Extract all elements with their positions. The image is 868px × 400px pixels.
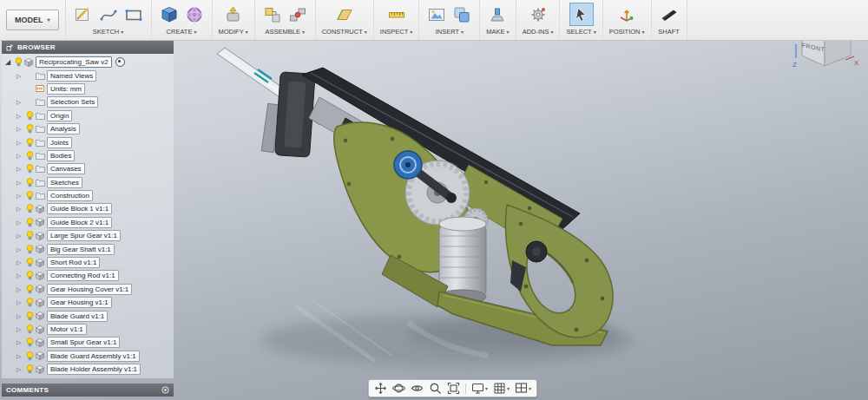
browser-item-label[interactable]: Gear Housing v1:1 [47, 297, 112, 308]
grid-display-button[interactable]: ▾ [490, 381, 512, 396]
browser-item-label[interactable]: Guide Block 2 v1:1 [47, 217, 112, 228]
browser-item[interactable]: ▷Origin [2, 109, 174, 122]
browser-item-label[interactable]: Large Spur Gear v1:1 [47, 230, 121, 241]
browser-item-label[interactable]: Bodies [47, 150, 75, 161]
browser-header[interactable]: BROWSER [2, 41, 174, 54]
toolbar-group-label[interactable]: ASSEMBLE▾ [265, 28, 304, 36]
browser-item-label[interactable]: Gear Housing Cover v1:1 [47, 284, 132, 295]
position-triad-button[interactable] [615, 3, 638, 25]
expand-arrow-icon[interactable]: ▷ [16, 166, 26, 172]
browser-item[interactable]: ▷Gear Housing v1:1 [2, 296, 174, 309]
toolbar-group-label[interactable]: POSITION▾ [609, 28, 645, 36]
workspace-switcher[interactable]: MODEL ▾ [6, 10, 59, 30]
browser-item[interactable]: ▷Big Gear Shaft v1:1 [2, 242, 174, 255]
toolbar-group-label[interactable]: SELECT▾ [566, 28, 595, 36]
orbit-button[interactable] [390, 381, 408, 396]
visibility-bulb-icon[interactable] [26, 124, 36, 134]
browser-item[interactable]: ▷Blade Holder Assembly v1:1 [2, 363, 174, 376]
toolbar-group-label[interactable]: CREATE▾ [167, 28, 197, 36]
toolbar-group-label[interactable]: INSERT▾ [436, 28, 464, 36]
spline-button[interactable] [97, 3, 120, 25]
attached-canvas-button[interactable] [425, 3, 448, 25]
browser-item[interactable]: ▷Joints [2, 135, 174, 148]
sketch-pad-button[interactable] [72, 3, 95, 25]
visibility-bulb-icon[interactable] [26, 245, 36, 254]
blue-pulley[interactable] [394, 151, 422, 179]
browser-item-label[interactable]: Motor v1:1 [47, 324, 87, 335]
visibility-bulb-icon[interactable] [26, 338, 36, 347]
browser-item-label[interactable]: Construction [47, 190, 93, 201]
visibility-bulb-icon[interactable] [26, 111, 36, 121]
display-settings-button[interactable]: ▾ [469, 381, 490, 396]
browser-item-label[interactable]: Units: mm [47, 83, 85, 95]
browser-item-label[interactable]: Blade Guard Assembly v1:1 [47, 351, 140, 362]
browser-item[interactable]: ▷Connecting Rod v1:1 [2, 269, 174, 282]
visibility-bulb-icon[interactable] [26, 178, 36, 187]
expand-arrow-icon[interactable]: ▷ [16, 286, 26, 292]
look-at-button[interactable] [408, 381, 426, 396]
visibility-bulb-icon[interactable] [26, 351, 36, 361]
browser-root-item[interactable]: ◢Reciprocating_Saw v2 [2, 56, 174, 69]
browser-item[interactable]: Units: mm [2, 82, 174, 95]
new-component-button[interactable] [261, 3, 284, 25]
browser-item-label[interactable]: Selection Sets [47, 96, 98, 108]
shaft-blade-button[interactable] [658, 3, 681, 25]
expand-arrow-icon[interactable]: ▷ [16, 233, 26, 239]
viewports-button[interactable]: ▾ [512, 381, 534, 396]
browser-item[interactable]: ▷Large Spur Gear v1:1 [2, 229, 174, 242]
scripts-addins-button[interactable] [527, 3, 549, 25]
visibility-bulb-icon[interactable] [26, 204, 36, 213]
visibility-bulb-icon[interactable] [26, 364, 36, 374]
browser-item[interactable]: ▷Blade Guard Assembly v1:1 [2, 350, 174, 363]
expand-arrow-icon[interactable]: ▷ [16, 126, 26, 132]
activate-component-radio[interactable] [115, 57, 125, 67]
construction-plane-button[interactable] [333, 3, 356, 25]
zoom-button[interactable] [426, 381, 444, 396]
browser-root-label[interactable]: Reciprocating_Saw v2 [36, 56, 112, 68]
visibility-bulb-icon[interactable] [26, 271, 36, 280]
visibility-bulb-icon[interactable] [26, 298, 36, 307]
expand-arrow-icon[interactable]: ▷ [16, 140, 26, 146]
browser-item[interactable]: ▷Construction [2, 189, 174, 202]
visibility-bulb-icon[interactable] [26, 218, 36, 227]
visibility-bulb-icon[interactable] [15, 57, 24, 67]
comments-bar[interactable]: COMMENTS [2, 384, 174, 397]
browser-item-label[interactable]: Joints [47, 137, 72, 148]
browser-item-label[interactable]: Analysis [47, 123, 80, 134]
browser-item[interactable]: ▷Bodies [2, 149, 174, 162]
visibility-bulb-icon[interactable] [26, 258, 36, 267]
expand-arrow-icon[interactable]: ▷ [16, 246, 26, 252]
browser-item-label[interactable]: Canvases [47, 163, 85, 174]
browser-item[interactable]: ▷Short Rod v1:1 [2, 256, 174, 269]
comment-indicator-icon[interactable] [161, 386, 169, 394]
visibility-bulb-icon[interactable] [26, 151, 36, 161]
browser-item[interactable]: ▷Gear Housing Cover v1:1 [2, 283, 174, 296]
pan-button[interactable] [372, 381, 390, 396]
toolbar-group-label[interactable]: SHAFT [658, 28, 680, 36]
primitive-box-button[interactable] [158, 3, 181, 25]
expand-arrow-icon[interactable]: ▷ [16, 99, 26, 105]
toolbar-group-label[interactable]: INSPECT▾ [380, 28, 413, 36]
measure-button[interactable] [385, 3, 408, 25]
toolbar-group-label[interactable]: CONSTRUCT▾ [322, 28, 367, 36]
browser-item-label[interactable]: Short Rod v1:1 [47, 257, 100, 268]
saw-model[interactable] [217, 48, 613, 345]
press-pull-button[interactable] [222, 3, 245, 25]
browser-item[interactable]: ▷Named Views [2, 69, 174, 82]
expand-arrow-icon[interactable]: ▷ [16, 313, 26, 319]
browser-item-label[interactable]: Blade Guard v1:1 [47, 311, 108, 322]
visibility-bulb-icon[interactable] [26, 311, 36, 321]
browser-item-label[interactable]: Named Views [47, 70, 96, 82]
browser-item[interactable]: ▷Canvases [2, 162, 174, 175]
expand-arrow-icon[interactable]: ▷ [16, 73, 26, 79]
expand-arrow-icon[interactable]: ▷ [16, 153, 26, 159]
expand-arrow-icon[interactable]: ▷ [16, 220, 26, 226]
expand-arrow-icon[interactable]: ▷ [16, 193, 26, 199]
toolbar-group-label[interactable]: ADD-INS▾ [523, 28, 554, 36]
expand-arrow-icon[interactable]: ▷ [16, 299, 26, 305]
expand-arrow-icon[interactable]: ▷ [16, 206, 26, 212]
browser-item-label[interactable]: Origin [47, 110, 72, 121]
handle-knob[interactable] [526, 241, 547, 262]
visibility-bulb-icon[interactable] [26, 231, 36, 240]
3d-print-button[interactable] [486, 3, 509, 25]
